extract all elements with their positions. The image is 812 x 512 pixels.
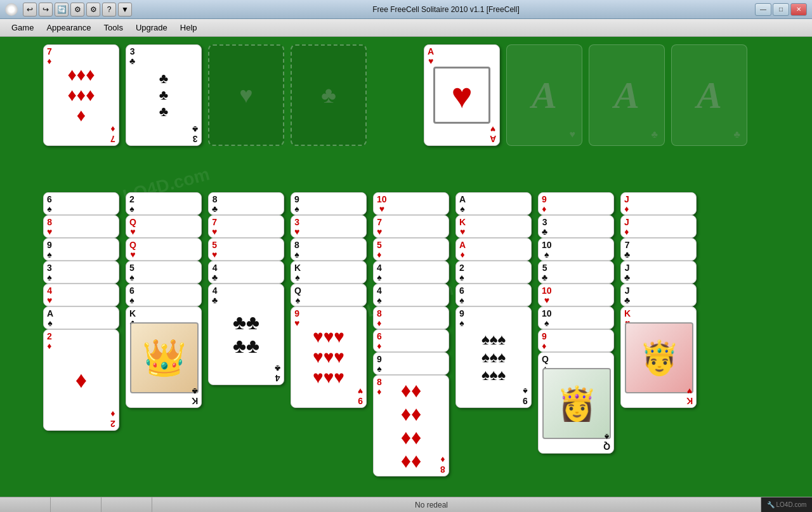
col1-card5[interactable]: 4♥ — [43, 284, 119, 306]
col6-card6[interactable]: 9♠ ♠♠♠♠♠♠♠♠♠ 9♠ — [455, 306, 532, 408]
card-center-pips: ♣♣♣ — [159, 70, 168, 120]
col7-card7[interactable]: 9♦ — [538, 329, 614, 352]
status-panel-3 — [102, 497, 152, 512]
col5-card3[interactable]: 5♦ — [373, 238, 449, 261]
col2-card6[interactable]: K♣ 👑 K♣ — [126, 306, 202, 408]
card-top-label: 7♦ — [47, 47, 52, 67]
col6-card1[interactable]: A♠ — [455, 192, 532, 215]
col5-card5[interactable]: 4♠ — [373, 284, 449, 306]
col2-card3[interactable]: Q♥ — [126, 238, 202, 261]
col4-card1[interactable]: 9♠ — [291, 192, 367, 215]
window-controls: — □ ✕ — [755, 3, 807, 16]
col7-card8[interactable]: Q♠ 👸 Q♠ — [538, 352, 614, 454]
col5-card4[interactable]: 4♠ — [373, 261, 449, 284]
king-hearts-art: 🤴 — [625, 322, 693, 393]
col2-card4[interactable]: 5♠ — [126, 261, 202, 284]
col6-card3[interactable]: A♦ — [455, 238, 532, 261]
menu-game[interactable]: Game — [5, 20, 40, 35]
col5-card2[interactable]: 7♥ — [373, 215, 449, 238]
col6-card2[interactable]: K♥ — [455, 215, 532, 238]
card-bottom-label: 3♣ — [192, 124, 198, 143]
col5-card6[interactable]: 8♦ — [373, 306, 449, 329]
col4-card3[interactable]: 8♠ — [291, 238, 367, 261]
col3-card4[interactable]: 4♣ — [208, 261, 284, 284]
col8-card3[interactable]: 7♣ — [620, 238, 697, 261]
col1-card2[interactable]: 8♥ — [43, 215, 119, 238]
col4-card5[interactable]: Q♠ — [291, 284, 367, 306]
col7-card3[interactable]: 10♠ — [538, 238, 614, 261]
foundation-1[interactable]: A♥ ♥ A♥ — [424, 44, 500, 146]
col3-card3[interactable]: 5♥ — [208, 238, 284, 261]
close-button[interactable]: ✕ — [790, 3, 807, 16]
foundation-2-empty[interactable]: A ♥ — [506, 44, 582, 146]
titlebar: ↩ ↪ 🔄 ⚙ ⚙ ? ▼ Free FreeCell Solitaire 20… — [0, 0, 812, 19]
toolbar-btn-1[interactable]: ↩ — [23, 3, 37, 16]
toolbar-btn-4[interactable]: ⚙ — [70, 3, 84, 16]
col5-card7[interactable]: 6♦ — [373, 329, 449, 352]
statusbar: No redeal 🔧 LO4D.com — [0, 497, 812, 512]
game-area: LO4D.com LO4D.com 7♦ ♦♦♦♦♦♦♦ 7♦ 3♣ ♣♣♣ 3… — [0, 37, 812, 497]
col6-card5[interactable]: 6♠ — [455, 284, 532, 306]
col4-card2[interactable]: 3♥ — [291, 215, 367, 238]
card-top-label: 3♣ — [129, 47, 135, 67]
col6-card4[interactable]: 2♠ — [455, 261, 532, 284]
card-bottom-label: 7♦ — [110, 124, 115, 143]
col5-card9[interactable]: 8♦ ♦♦♦♦♦♦♦♦ 8♦ — [373, 375, 449, 476]
col3-card2[interactable]: 7♥ — [208, 215, 284, 238]
menu-help[interactable]: Help — [174, 20, 204, 35]
col1-card3[interactable]: 9♠ — [43, 238, 119, 261]
status-panel-1 — [0, 497, 51, 512]
col8-card5[interactable]: J♣ — [620, 284, 697, 306]
ace-heart-center: ♥ — [433, 67, 490, 124]
maximize-button[interactable]: □ — [773, 3, 789, 16]
toolbar-btn-3[interactable]: 🔄 — [55, 3, 69, 16]
col5-card8[interactable]: 9♠ — [373, 352, 449, 375]
freecell-4-empty[interactable]: ♣ — [291, 44, 367, 146]
freecell-2[interactable]: 3♣ ♣♣♣ 3♣ — [126, 44, 202, 146]
toolbar-btn-2[interactable]: ↪ — [39, 3, 53, 16]
status-logo: 🔧 LO4D.com — [761, 497, 812, 512]
minimize-button[interactable]: — — [755, 3, 771, 16]
col7-card2[interactable]: 3♣ — [538, 215, 614, 238]
col4-card6[interactable]: 9♥ ♥♥♥♥♥♥♥♥♥ 9♥ — [291, 306, 367, 408]
toolbar-btn-7[interactable]: ▼ — [118, 3, 132, 16]
col3-card1[interactable]: 8♣ — [208, 192, 284, 215]
status-panel-2 — [51, 497, 102, 512]
queen-spades-art: 👸 — [542, 368, 611, 439]
col1-card6[interactable]: A♠ — [43, 306, 119, 329]
col1-card4[interactable]: 3♠ — [43, 261, 119, 284]
col1-card7[interactable]: 2♦ ♦ 2♦ — [43, 329, 119, 431]
king-clubs-art: 👑 — [130, 322, 199, 393]
toolbar-btn-5[interactable]: ⚙ — [86, 3, 100, 16]
col8-card4[interactable]: J♣ — [620, 261, 697, 284]
menubar: Game Appearance Tools Upgrade Help 🏆 Sco… — [0, 19, 812, 37]
col8-card2[interactable]: J♦ — [620, 215, 697, 238]
menu-appearance[interactable]: Appearance — [40, 20, 97, 35]
menu-upgrade[interactable]: Upgrade — [129, 20, 174, 35]
foundation-3-empty[interactable]: A ♣ — [589, 44, 665, 146]
col8-card6[interactable]: K♥ 🤴 K♥ — [620, 306, 697, 408]
col7-card6[interactable]: 10♠ — [538, 306, 614, 329]
card-top-label: A♥ — [428, 47, 434, 67]
toolbar-btn-6[interactable]: ? — [102, 3, 116, 16]
col7-card4[interactable]: 5♣ — [538, 261, 614, 284]
foundation-4-empty[interactable]: A ♣ — [671, 44, 747, 146]
window-title: Free FreeCell Solitaire 2010 v1.1 [FreeC… — [137, 5, 755, 14]
status-panel-4 — [710, 497, 761, 512]
app-icon — [5, 3, 18, 16]
freecell-3-empty[interactable]: ♥ — [208, 44, 284, 146]
col5-card1[interactable]: 10♥ — [373, 192, 449, 215]
col7-card5[interactable]: 10♥ — [538, 284, 614, 306]
col2-card2[interactable]: Q♥ — [126, 215, 202, 238]
col4-card4[interactable]: K♠ — [291, 261, 367, 284]
card-bottom-label: A♥ — [490, 124, 496, 143]
col2-card1[interactable]: 2♠ — [126, 192, 202, 215]
col7-card1[interactable]: 9♦ — [538, 192, 614, 215]
menu-tools[interactable]: Tools — [98, 20, 129, 35]
freecell-1[interactable]: 7♦ ♦♦♦♦♦♦♦ 7♦ — [43, 44, 119, 146]
status-message: No redeal — [152, 501, 710, 509]
col8-card1[interactable]: J♦ — [620, 192, 697, 215]
col3-card5[interactable]: 4♣ ♣♣♣♣ 4♣ — [208, 284, 284, 385]
col1-card1[interactable]: 6♠ — [43, 192, 119, 215]
col2-card5[interactable]: 6♠ — [126, 284, 202, 306]
